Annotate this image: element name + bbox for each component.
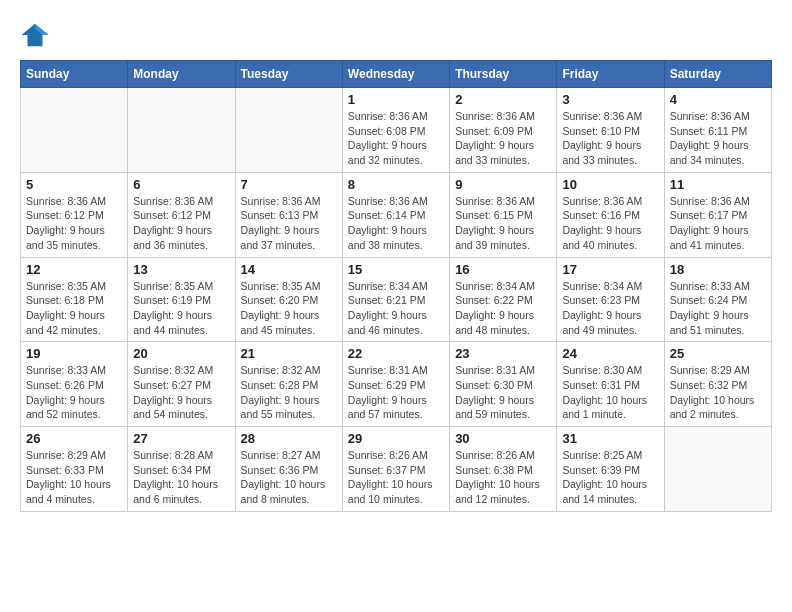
calendar-cell <box>664 427 771 512</box>
day-number: 15 <box>348 262 444 277</box>
day-info: Sunrise: 8:36 AM Sunset: 6:08 PM Dayligh… <box>348 109 444 168</box>
day-number: 23 <box>455 346 551 361</box>
day-number: 29 <box>348 431 444 446</box>
calendar-cell: 7Sunrise: 8:36 AM Sunset: 6:13 PM Daylig… <box>235 172 342 257</box>
calendar-cell: 14Sunrise: 8:35 AM Sunset: 6:20 PM Dayli… <box>235 257 342 342</box>
calendar-week-row: 5Sunrise: 8:36 AM Sunset: 6:12 PM Daylig… <box>21 172 772 257</box>
calendar-cell: 30Sunrise: 8:26 AM Sunset: 6:38 PM Dayli… <box>450 427 557 512</box>
calendar-cell: 18Sunrise: 8:33 AM Sunset: 6:24 PM Dayli… <box>664 257 771 342</box>
calendar-cell: 5Sunrise: 8:36 AM Sunset: 6:12 PM Daylig… <box>21 172 128 257</box>
day-info: Sunrise: 8:25 AM Sunset: 6:39 PM Dayligh… <box>562 448 658 507</box>
day-number: 27 <box>133 431 229 446</box>
day-number: 26 <box>26 431 122 446</box>
day-number: 16 <box>455 262 551 277</box>
day-info: Sunrise: 8:31 AM Sunset: 6:29 PM Dayligh… <box>348 363 444 422</box>
calendar-cell: 27Sunrise: 8:28 AM Sunset: 6:34 PM Dayli… <box>128 427 235 512</box>
day-info: Sunrise: 8:34 AM Sunset: 6:22 PM Dayligh… <box>455 279 551 338</box>
calendar-cell: 28Sunrise: 8:27 AM Sunset: 6:36 PM Dayli… <box>235 427 342 512</box>
day-info: Sunrise: 8:34 AM Sunset: 6:21 PM Dayligh… <box>348 279 444 338</box>
day-number: 4 <box>670 92 766 107</box>
calendar-cell: 20Sunrise: 8:32 AM Sunset: 6:27 PM Dayli… <box>128 342 235 427</box>
calendar-week-row: 26Sunrise: 8:29 AM Sunset: 6:33 PM Dayli… <box>21 427 772 512</box>
day-info: Sunrise: 8:32 AM Sunset: 6:28 PM Dayligh… <box>241 363 337 422</box>
calendar-cell: 9Sunrise: 8:36 AM Sunset: 6:15 PM Daylig… <box>450 172 557 257</box>
day-number: 1 <box>348 92 444 107</box>
day-number: 8 <box>348 177 444 192</box>
day-number: 21 <box>241 346 337 361</box>
day-number: 11 <box>670 177 766 192</box>
day-info: Sunrise: 8:36 AM Sunset: 6:14 PM Dayligh… <box>348 194 444 253</box>
calendar-cell: 16Sunrise: 8:34 AM Sunset: 6:22 PM Dayli… <box>450 257 557 342</box>
day-number: 3 <box>562 92 658 107</box>
calendar-cell: 3Sunrise: 8:36 AM Sunset: 6:10 PM Daylig… <box>557 88 664 173</box>
calendar-cell: 29Sunrise: 8:26 AM Sunset: 6:37 PM Dayli… <box>342 427 449 512</box>
day-info: Sunrise: 8:33 AM Sunset: 6:26 PM Dayligh… <box>26 363 122 422</box>
day-info: Sunrise: 8:36 AM Sunset: 6:09 PM Dayligh… <box>455 109 551 168</box>
day-number: 25 <box>670 346 766 361</box>
day-number: 12 <box>26 262 122 277</box>
day-number: 20 <box>133 346 229 361</box>
calendar-cell: 17Sunrise: 8:34 AM Sunset: 6:23 PM Dayli… <box>557 257 664 342</box>
day-info: Sunrise: 8:36 AM Sunset: 6:12 PM Dayligh… <box>26 194 122 253</box>
calendar-cell: 2Sunrise: 8:36 AM Sunset: 6:09 PM Daylig… <box>450 88 557 173</box>
day-number: 10 <box>562 177 658 192</box>
calendar-cell: 12Sunrise: 8:35 AM Sunset: 6:18 PM Dayli… <box>21 257 128 342</box>
day-info: Sunrise: 8:33 AM Sunset: 6:24 PM Dayligh… <box>670 279 766 338</box>
calendar: SundayMondayTuesdayWednesdayThursdayFrid… <box>20 60 772 512</box>
day-info: Sunrise: 8:28 AM Sunset: 6:34 PM Dayligh… <box>133 448 229 507</box>
calendar-cell: 10Sunrise: 8:36 AM Sunset: 6:16 PM Dayli… <box>557 172 664 257</box>
day-info: Sunrise: 8:36 AM Sunset: 6:17 PM Dayligh… <box>670 194 766 253</box>
calendar-cell: 23Sunrise: 8:31 AM Sunset: 6:30 PM Dayli… <box>450 342 557 427</box>
calendar-cell: 19Sunrise: 8:33 AM Sunset: 6:26 PM Dayli… <box>21 342 128 427</box>
day-info: Sunrise: 8:27 AM Sunset: 6:36 PM Dayligh… <box>241 448 337 507</box>
calendar-cell: 22Sunrise: 8:31 AM Sunset: 6:29 PM Dayli… <box>342 342 449 427</box>
day-number: 19 <box>26 346 122 361</box>
day-info: Sunrise: 8:36 AM Sunset: 6:11 PM Dayligh… <box>670 109 766 168</box>
day-number: 28 <box>241 431 337 446</box>
day-number: 13 <box>133 262 229 277</box>
day-number: 31 <box>562 431 658 446</box>
day-info: Sunrise: 8:35 AM Sunset: 6:18 PM Dayligh… <box>26 279 122 338</box>
calendar-header-monday: Monday <box>128 61 235 88</box>
day-info: Sunrise: 8:26 AM Sunset: 6:38 PM Dayligh… <box>455 448 551 507</box>
day-number: 2 <box>455 92 551 107</box>
day-info: Sunrise: 8:36 AM Sunset: 6:16 PM Dayligh… <box>562 194 658 253</box>
day-number: 6 <box>133 177 229 192</box>
calendar-header-saturday: Saturday <box>664 61 771 88</box>
calendar-cell: 8Sunrise: 8:36 AM Sunset: 6:14 PM Daylig… <box>342 172 449 257</box>
calendar-cell <box>21 88 128 173</box>
day-info: Sunrise: 8:26 AM Sunset: 6:37 PM Dayligh… <box>348 448 444 507</box>
calendar-cell: 11Sunrise: 8:36 AM Sunset: 6:17 PM Dayli… <box>664 172 771 257</box>
day-info: Sunrise: 8:36 AM Sunset: 6:13 PM Dayligh… <box>241 194 337 253</box>
calendar-week-row: 1Sunrise: 8:36 AM Sunset: 6:08 PM Daylig… <box>21 88 772 173</box>
day-info: Sunrise: 8:35 AM Sunset: 6:20 PM Dayligh… <box>241 279 337 338</box>
calendar-header-wednesday: Wednesday <box>342 61 449 88</box>
day-number: 22 <box>348 346 444 361</box>
calendar-cell: 21Sunrise: 8:32 AM Sunset: 6:28 PM Dayli… <box>235 342 342 427</box>
calendar-cell <box>128 88 235 173</box>
day-number: 18 <box>670 262 766 277</box>
page-header <box>20 20 772 50</box>
calendar-cell: 31Sunrise: 8:25 AM Sunset: 6:39 PM Dayli… <box>557 427 664 512</box>
day-info: Sunrise: 8:34 AM Sunset: 6:23 PM Dayligh… <box>562 279 658 338</box>
calendar-cell: 6Sunrise: 8:36 AM Sunset: 6:12 PM Daylig… <box>128 172 235 257</box>
logo <box>20 20 54 50</box>
calendar-cell <box>235 88 342 173</box>
calendar-header-friday: Friday <box>557 61 664 88</box>
day-number: 14 <box>241 262 337 277</box>
day-info: Sunrise: 8:36 AM Sunset: 6:12 PM Dayligh… <box>133 194 229 253</box>
day-info: Sunrise: 8:31 AM Sunset: 6:30 PM Dayligh… <box>455 363 551 422</box>
day-info: Sunrise: 8:29 AM Sunset: 6:32 PM Dayligh… <box>670 363 766 422</box>
calendar-header-row: SundayMondayTuesdayWednesdayThursdayFrid… <box>21 61 772 88</box>
calendar-cell: 1Sunrise: 8:36 AM Sunset: 6:08 PM Daylig… <box>342 88 449 173</box>
calendar-cell: 15Sunrise: 8:34 AM Sunset: 6:21 PM Dayli… <box>342 257 449 342</box>
day-info: Sunrise: 8:29 AM Sunset: 6:33 PM Dayligh… <box>26 448 122 507</box>
day-number: 5 <box>26 177 122 192</box>
day-number: 7 <box>241 177 337 192</box>
calendar-week-row: 19Sunrise: 8:33 AM Sunset: 6:26 PM Dayli… <box>21 342 772 427</box>
day-info: Sunrise: 8:30 AM Sunset: 6:31 PM Dayligh… <box>562 363 658 422</box>
calendar-cell: 25Sunrise: 8:29 AM Sunset: 6:32 PM Dayli… <box>664 342 771 427</box>
calendar-header-thursday: Thursday <box>450 61 557 88</box>
calendar-cell: 26Sunrise: 8:29 AM Sunset: 6:33 PM Dayli… <box>21 427 128 512</box>
day-info: Sunrise: 8:32 AM Sunset: 6:27 PM Dayligh… <box>133 363 229 422</box>
